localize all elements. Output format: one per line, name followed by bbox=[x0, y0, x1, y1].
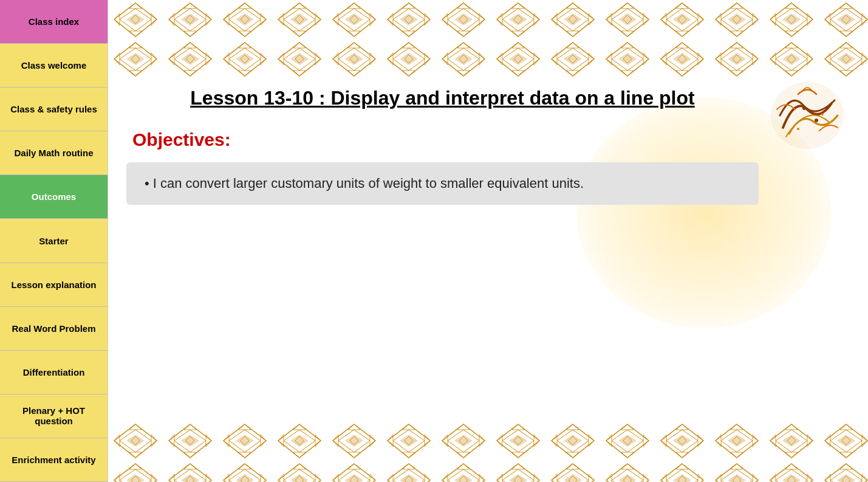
top-pattern-border bbox=[108, 0, 868, 79]
sidebar-item-10[interactable]: Enrichment activity bbox=[0, 438, 108, 482]
sidebar-item-8[interactable]: Differentiation bbox=[0, 351, 108, 394]
sidebar-item-7[interactable]: Real Word Problem bbox=[0, 307, 108, 351]
svg-rect-19 bbox=[108, 421, 868, 482]
objective-text: • I can convert larger customary units o… bbox=[145, 176, 584, 191]
svg-point-24 bbox=[821, 113, 824, 115]
main-content: Lesson 13-10 : Display and interpret dat… bbox=[108, 0, 868, 482]
svg-point-22 bbox=[815, 119, 818, 122]
sidebar-item-9[interactable]: Plenary + HOT question bbox=[0, 394, 108, 438]
sidebar-item-4[interactable]: Outcomes bbox=[0, 175, 108, 219]
sidebar-item-0[interactable]: Class index bbox=[0, 0, 108, 44]
objective-box: • I can convert larger customary units o… bbox=[126, 162, 759, 205]
svg-point-23 bbox=[797, 128, 799, 130]
lesson-title: Lesson 13-10 : Display and interpret dat… bbox=[120, 85, 765, 111]
objectives-label: Objectives: bbox=[132, 129, 765, 150]
sidebar: Class indexClass welcomeClass & safety r… bbox=[0, 0, 108, 482]
content-wrapper: Lesson 13-10 : Display and interpret dat… bbox=[120, 85, 765, 415]
sidebar-item-6[interactable]: Lesson explanation bbox=[0, 263, 108, 307]
sidebar-item-2[interactable]: Class & safety rules bbox=[0, 88, 108, 131]
sidebar-item-5[interactable]: Starter bbox=[0, 219, 108, 263]
sidebar-item-1[interactable]: Class welcome bbox=[0, 44, 108, 88]
sidebar-item-3[interactable]: Daily Math routine bbox=[0, 131, 108, 175]
svg-point-20 bbox=[771, 82, 844, 149]
svg-rect-9 bbox=[108, 0, 868, 79]
arabic-logo bbox=[765, 79, 850, 152]
bottom-pattern-border bbox=[108, 421, 868, 482]
svg-point-21 bbox=[802, 106, 806, 110]
